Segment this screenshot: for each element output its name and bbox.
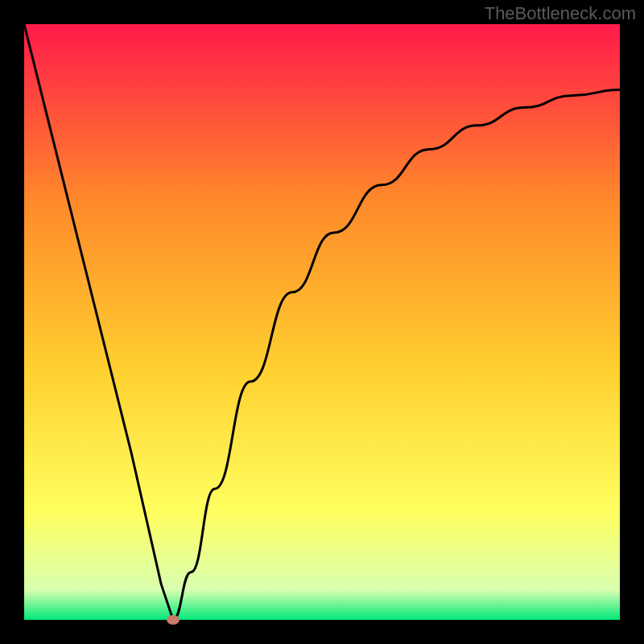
bottleneck-curve [24,24,620,620]
plot-area [24,24,620,620]
chart-container: TheBottleneck.com [0,0,644,644]
optimal-point-marker [167,615,180,625]
watermark-text: TheBottleneck.com [485,3,636,24]
